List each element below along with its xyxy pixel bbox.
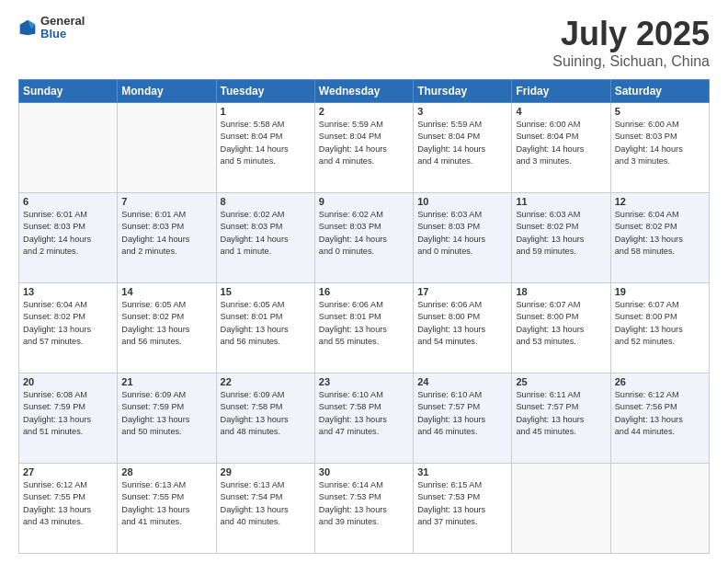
header: General Blue July 2025 Suining, Sichuan,… [18,15,710,70]
svg-marker-0 [20,20,36,36]
calendar-cell: 10Sunrise: 6:03 AM Sunset: 8:03 PM Dayli… [414,193,512,283]
calendar-cell: 29Sunrise: 6:13 AM Sunset: 7:54 PM Dayli… [216,464,314,554]
day-info: Sunrise: 6:01 AM Sunset: 8:03 PM Dayligh… [23,209,113,258]
day-number: 10 [417,196,507,207]
day-info: Sunrise: 6:11 AM Sunset: 7:57 PM Dayligh… [516,389,606,438]
day-number: 4 [516,106,606,117]
title-block: July 2025 Suining, Sichuan, China [552,15,710,70]
calendar-cell: 12Sunrise: 6:04 AM Sunset: 8:02 PM Dayli… [610,193,709,283]
calendar-cell: 9Sunrise: 6:02 AM Sunset: 8:03 PM Daylig… [314,193,413,283]
calendar-cell [118,103,216,193]
day-number: 21 [121,376,211,387]
calendar-week-4: 20Sunrise: 6:08 AM Sunset: 7:59 PM Dayli… [19,373,710,464]
col-header-saturday: Saturday [610,80,709,103]
day-number: 20 [23,376,113,387]
day-number: 11 [516,196,606,207]
calendar-cell: 24Sunrise: 6:10 AM Sunset: 7:57 PM Dayli… [414,373,512,464]
day-info: Sunrise: 6:02 AM Sunset: 8:03 PM Dayligh… [221,209,311,258]
day-info: Sunrise: 6:15 AM Sunset: 7:53 PM Dayligh… [417,479,507,528]
day-number: 14 [121,286,211,297]
day-number: 23 [319,376,409,387]
day-info: Sunrise: 6:10 AM Sunset: 7:57 PM Dayligh… [417,389,507,438]
calendar-cell [512,464,610,554]
calendar-cell: 17Sunrise: 6:06 AM Sunset: 8:00 PM Dayli… [414,283,512,373]
day-number: 7 [121,196,211,207]
day-number: 19 [615,286,705,297]
day-info: Sunrise: 6:05 AM Sunset: 8:01 PM Dayligh… [221,299,311,348]
calendar-week-2: 6Sunrise: 6:01 AM Sunset: 8:03 PM Daylig… [19,193,710,283]
day-info: Sunrise: 6:13 AM Sunset: 7:55 PM Dayligh… [121,479,211,528]
day-number: 13 [23,286,113,297]
calendar-cell: 5Sunrise: 6:00 AM Sunset: 8:03 PM Daylig… [610,103,709,193]
day-info: Sunrise: 6:00 AM Sunset: 8:04 PM Dayligh… [516,119,606,167]
calendar-cell: 21Sunrise: 6:09 AM Sunset: 7:59 PM Dayli… [118,373,216,464]
col-header-monday: Monday [118,80,216,103]
calendar-cell: 28Sunrise: 6:13 AM Sunset: 7:55 PM Dayli… [118,464,216,554]
calendar-cell: 4Sunrise: 6:00 AM Sunset: 8:04 PM Daylig… [512,103,610,193]
calendar-week-3: 13Sunrise: 6:04 AM Sunset: 8:02 PM Dayli… [19,283,710,373]
day-number: 3 [417,106,507,117]
day-number: 5 [615,106,705,117]
day-info: Sunrise: 6:03 AM Sunset: 8:03 PM Dayligh… [417,209,507,258]
calendar-cell [19,103,118,193]
day-number: 25 [516,376,606,387]
day-info: Sunrise: 6:14 AM Sunset: 7:53 PM Dayligh… [319,479,409,528]
day-info: Sunrise: 6:06 AM Sunset: 8:01 PM Dayligh… [319,299,409,348]
day-number: 15 [221,286,311,297]
day-info: Sunrise: 5:58 AM Sunset: 8:04 PM Dayligh… [221,119,311,167]
day-number: 31 [417,466,507,477]
col-header-tuesday: Tuesday [216,80,314,103]
day-number: 9 [319,196,409,207]
day-number: 27 [23,466,113,477]
calendar-cell: 31Sunrise: 6:15 AM Sunset: 7:53 PM Dayli… [414,464,512,554]
calendar-week-5: 27Sunrise: 6:12 AM Sunset: 7:55 PM Dayli… [19,464,710,554]
calendar-week-1: 1Sunrise: 5:58 AM Sunset: 8:04 PM Daylig… [19,103,710,193]
logo-icon [18,18,37,37]
day-number: 12 [615,196,705,207]
col-header-wednesday: Wednesday [314,80,413,103]
day-number: 1 [221,106,311,117]
calendar-cell: 26Sunrise: 6:12 AM Sunset: 7:56 PM Dayli… [610,373,709,464]
calendar-cell: 13Sunrise: 6:04 AM Sunset: 8:02 PM Dayli… [19,283,118,373]
calendar-cell: 19Sunrise: 6:07 AM Sunset: 8:00 PM Dayli… [610,283,709,373]
day-info: Sunrise: 5:59 AM Sunset: 8:04 PM Dayligh… [417,119,507,167]
day-info: Sunrise: 6:04 AM Sunset: 8:02 PM Dayligh… [23,299,113,348]
day-number: 6 [23,196,113,207]
day-number: 22 [221,376,311,387]
day-info: Sunrise: 6:12 AM Sunset: 7:56 PM Dayligh… [615,389,705,438]
day-number: 26 [615,376,705,387]
day-number: 16 [319,286,409,297]
calendar-cell: 11Sunrise: 6:03 AM Sunset: 8:02 PM Dayli… [512,193,610,283]
day-number: 8 [221,196,311,207]
day-info: Sunrise: 6:05 AM Sunset: 8:02 PM Dayligh… [121,299,211,348]
calendar-cell: 15Sunrise: 6:05 AM Sunset: 8:01 PM Dayli… [216,283,314,373]
day-info: Sunrise: 6:01 AM Sunset: 8:03 PM Dayligh… [121,209,211,258]
day-info: Sunrise: 6:09 AM Sunset: 7:59 PM Dayligh… [121,389,211,438]
calendar-cell: 3Sunrise: 5:59 AM Sunset: 8:04 PM Daylig… [414,103,512,193]
day-info: Sunrise: 6:04 AM Sunset: 8:02 PM Dayligh… [615,209,705,258]
calendar-cell: 1Sunrise: 5:58 AM Sunset: 8:04 PM Daylig… [216,103,314,193]
calendar-cell: 2Sunrise: 5:59 AM Sunset: 8:04 PM Daylig… [314,103,413,193]
day-number: 24 [417,376,507,387]
day-info: Sunrise: 6:03 AM Sunset: 8:02 PM Dayligh… [516,209,606,258]
calendar-cell: 14Sunrise: 6:05 AM Sunset: 8:02 PM Dayli… [118,283,216,373]
logo-general: General [40,15,85,28]
col-header-sunday: Sunday [19,80,118,103]
day-info: Sunrise: 6:06 AM Sunset: 8:00 PM Dayligh… [417,299,507,348]
day-info: Sunrise: 6:02 AM Sunset: 8:03 PM Dayligh… [319,209,409,258]
calendar-cell: 25Sunrise: 6:11 AM Sunset: 7:57 PM Dayli… [512,373,610,464]
calendar-cell: 27Sunrise: 6:12 AM Sunset: 7:55 PM Dayli… [19,464,118,554]
day-number: 29 [221,466,311,477]
day-info: Sunrise: 6:08 AM Sunset: 7:59 PM Dayligh… [23,389,113,438]
calendar-header-row: SundayMondayTuesdayWednesdayThursdayFrid… [19,80,710,103]
subtitle: Suining, Sichuan, China [552,53,710,70]
col-header-thursday: Thursday [414,80,512,103]
calendar-cell: 30Sunrise: 6:14 AM Sunset: 7:53 PM Dayli… [314,464,413,554]
day-number: 2 [319,106,409,117]
page: General Blue July 2025 Suining, Sichuan,… [0,0,728,563]
day-number: 28 [121,466,211,477]
calendar-cell [610,464,709,554]
day-info: Sunrise: 6:13 AM Sunset: 7:54 PM Dayligh… [221,479,311,528]
calendar-table: SundayMondayTuesdayWednesdayThursdayFrid… [18,79,710,554]
day-info: Sunrise: 5:59 AM Sunset: 8:04 PM Dayligh… [319,119,409,167]
